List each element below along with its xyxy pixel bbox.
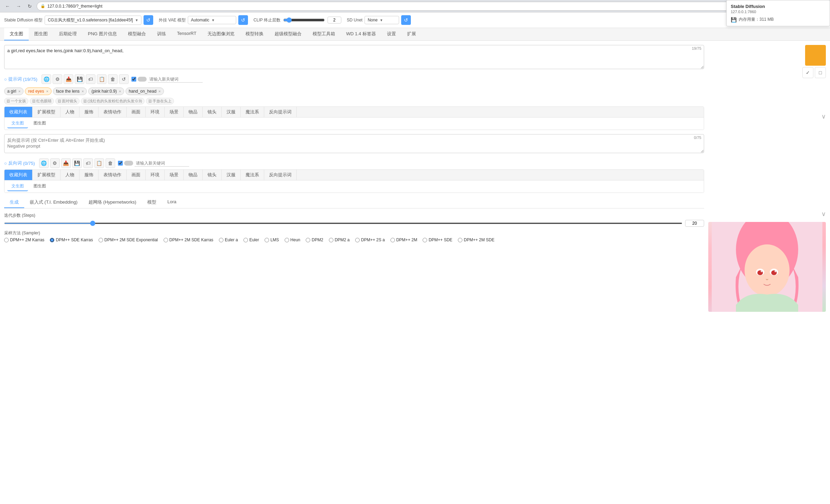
- tag-red-eyes-close[interactable]: ×: [46, 90, 48, 93]
- sampler-radio-euler-a[interactable]: [219, 238, 223, 242]
- sampler-radio-dpm2m-sde-karras[interactable]: [164, 238, 168, 242]
- negative-prompt-textarea[interactable]: [4, 134, 704, 153]
- tab-tensorrt[interactable]: TensorRT: [172, 28, 202, 40]
- clip-value-input[interactable]: 2: [328, 17, 341, 24]
- style-globe-btn[interactable]: 🌐: [42, 74, 51, 84]
- vae-model-select[interactable]: Automatic ▼: [188, 16, 236, 24]
- tag-a-girl-close[interactable]: ×: [18, 90, 20, 93]
- sampler-option-dpm2m-sde-karras[interactable]: DPM++ 2M SDE Karras: [164, 237, 213, 242]
- sd-model-select[interactable]: CG古风大模型_v1.0.safetensors [6a1ddee45f] ▼: [45, 16, 141, 25]
- cat-tab-magic[interactable]: 魔法系: [241, 107, 264, 117]
- neg-cat-tab-negative[interactable]: 反向提示词: [264, 170, 297, 180]
- neg-tag-btn[interactable]: 🏷: [83, 158, 93, 168]
- neg-cat-tab-location[interactable]: 场景: [165, 170, 184, 180]
- sampler-radio-dpm-sde[interactable]: [423, 238, 427, 242]
- sampler-radio-dpm2m-sde-exp[interactable]: [99, 238, 103, 242]
- neg-trash-btn[interactable]: 🗑: [105, 158, 115, 168]
- tab-supermerge[interactable]: 超级模型融合: [269, 28, 307, 40]
- neg-keyword-checkbox[interactable]: [118, 161, 123, 166]
- cat-tab-favorites[interactable]: 收藏列表: [4, 107, 33, 117]
- collapse-positive-icon[interactable]: ∨: [821, 113, 826, 120]
- neg-cat-subtab-img2img[interactable]: 图生图: [29, 182, 50, 191]
- cat-tab-extension-model[interactable]: 扩展模型: [33, 107, 61, 117]
- steps-slider[interactable]: [4, 223, 682, 224]
- tab-extensions[interactable]: 扩展: [402, 28, 422, 40]
- neg-cat-subtab-txt2img[interactable]: 文生图: [7, 182, 28, 191]
- sampler-option-dpm2m-sde-exp[interactable]: DPM++ 2M SDE Exponential: [99, 237, 158, 242]
- square-btn[interactable]: □: [815, 67, 826, 78]
- unet-select[interactable]: None ▼: [365, 16, 399, 24]
- tab-settings[interactable]: 设置: [381, 28, 402, 40]
- tag-pink-hair-close[interactable]: ×: [119, 90, 121, 93]
- style-import-btn[interactable]: 📥: [64, 74, 73, 84]
- browser-refresh-btn[interactable]: ↻: [26, 2, 34, 10]
- style-tag-btn[interactable]: 🏷: [86, 74, 95, 84]
- clip-slider[interactable]: [283, 17, 325, 23]
- cat-tab-environment[interactable]: 环境: [146, 107, 165, 117]
- gen-tab-lora[interactable]: Lora: [162, 197, 182, 208]
- gen-tab-generate[interactable]: 生成: [4, 197, 24, 208]
- sampler-option-dpm-sde-karras[interactable]: DPM++ SDE Karras: [50, 237, 93, 242]
- neg-cat-tab-expression[interactable]: 表情动作: [99, 170, 127, 180]
- steps-value-input[interactable]: 20: [685, 220, 704, 227]
- sampler-radio-dpm-sde-karras[interactable]: [50, 238, 54, 242]
- gen-tab-model[interactable]: 模型: [142, 197, 162, 208]
- style-refresh-btn[interactable]: ↺: [119, 74, 129, 84]
- cat-subtab-img2img[interactable]: 图生图: [29, 119, 50, 128]
- tab-model-tools[interactable]: 模型工具箱: [307, 28, 341, 40]
- gen-tab-embedding[interactable]: 嵌入式 (T.I. Embedding): [24, 197, 83, 208]
- cat-subtab-txt2img[interactable]: 文生图: [7, 119, 28, 128]
- cat-tab-expression[interactable]: 表情动作: [99, 107, 127, 117]
- browser-back-btn[interactable]: ←: [3, 2, 12, 10]
- sampler-option-dpm2m[interactable]: DPM++ 2M: [390, 237, 417, 242]
- cat-tab-lens[interactable]: 镜头: [203, 107, 222, 117]
- neg-cat-tab-magic[interactable]: 魔法系: [241, 170, 264, 180]
- sampler-option-euler-a[interactable]: Euler a: [219, 237, 238, 242]
- cat-tab-hanfu[interactable]: 汉服: [222, 107, 241, 117]
- unet-refresh-btn[interactable]: ↺: [401, 15, 411, 25]
- cat-tab-location[interactable]: 场景: [165, 107, 184, 117]
- vae-model-refresh-btn[interactable]: ↺: [238, 15, 248, 25]
- sampler-radio-dpm2m[interactable]: [390, 238, 395, 242]
- sampler-radio-lms[interactable]: [265, 238, 269, 242]
- tab-model-merge[interactable]: 模型融合: [122, 28, 151, 40]
- tab-infinite-browse[interactable]: 无边图像浏览: [202, 28, 240, 40]
- tab-img2img[interactable]: 图生图: [29, 28, 53, 40]
- neg-copy-btn[interactable]: 📋: [94, 158, 104, 168]
- neg-cat-tab-scene[interactable]: 画面: [127, 170, 146, 180]
- positive-prompt-textarea[interactable]: a girl,red eyes,face the lens,(pink hair…: [4, 45, 704, 69]
- keyword-checkbox[interactable]: [131, 77, 136, 82]
- style-copy-btn[interactable]: 📋: [97, 74, 107, 84]
- neg-cat-tab-lens[interactable]: 镜头: [203, 170, 222, 180]
- gen-tab-hypernetworks[interactable]: 超网络 (Hypernetworks): [83, 197, 142, 208]
- tab-postprocess[interactable]: 后期处理: [53, 28, 82, 40]
- sampler-option-dpm2[interactable]: DPM2: [306, 237, 323, 242]
- style-save-btn[interactable]: 💾: [75, 74, 84, 84]
- tab-txt2img[interactable]: 文生图: [4, 28, 29, 40]
- keyword-input[interactable]: [148, 76, 203, 83]
- sampler-radio-heun[interactable]: [285, 238, 289, 242]
- sampler-radio-dpm2-a[interactable]: [329, 238, 333, 242]
- cat-tab-negative[interactable]: 反向提示词: [264, 107, 297, 117]
- sampler-option-dpm2s-a[interactable]: DPM++ 2S a: [355, 237, 385, 242]
- address-bar[interactable]: 🔒 127.0.0.1:7860/?_theme=light: [37, 2, 827, 11]
- neg-cat-tab-character[interactable]: 人物: [61, 170, 80, 180]
- sampler-option-euler[interactable]: Euler: [243, 237, 259, 242]
- cat-tab-character[interactable]: 人物: [61, 107, 80, 117]
- tag-hand-on-head-close[interactable]: ×: [158, 90, 160, 93]
- neg-cat-tab-extension-model[interactable]: 扩展模型: [33, 170, 61, 180]
- neg-cat-tab-items[interactable]: 物品: [184, 170, 203, 180]
- neg-cat-tab-clothing[interactable]: 服饰: [80, 170, 99, 180]
- sampler-option-dpm2m-sde[interactable]: DPM++ 2M SDE: [458, 237, 495, 242]
- sampler-radio-dpm2s-a[interactable]: [355, 238, 360, 242]
- sampler-radio-dpm2m-sde[interactable]: [458, 238, 462, 242]
- tab-train[interactable]: 训练: [151, 28, 172, 40]
- sampler-option-dpm2-a[interactable]: DPM2 a: [329, 237, 350, 242]
- neg-keyword-toggle[interactable]: [124, 161, 133, 166]
- collapse-negative-icon[interactable]: ∨: [821, 210, 826, 218]
- sampler-radio-dpm2m-karras[interactable]: [4, 238, 9, 242]
- keyword-toggle[interactable]: [138, 77, 147, 82]
- tag-face-lens-close[interactable]: ×: [82, 90, 84, 93]
- browser-forward-btn[interactable]: →: [15, 2, 23, 10]
- sampler-option-heun[interactable]: Heun: [285, 237, 301, 242]
